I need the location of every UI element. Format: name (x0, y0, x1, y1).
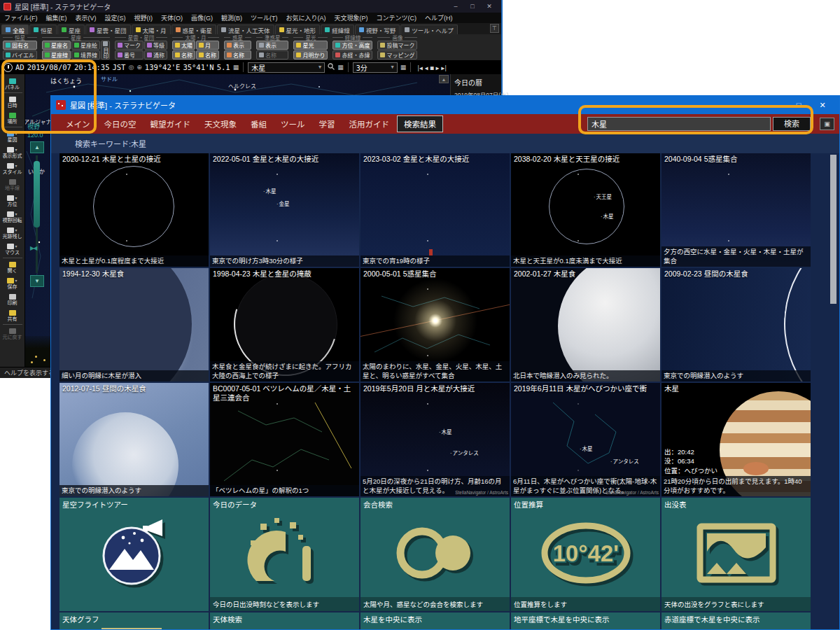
maximize-button[interactable]: □ (464, 0, 481, 13)
zoom-handle[interactable] (34, 161, 40, 227)
bottom-tile[interactable]: 天体検索 (210, 612, 359, 630)
menu-item[interactable]: 画像(G) (187, 13, 217, 22)
action-tile-conjunction-search[interactable]: 会合検索太陽や月、惑星などの会合を検索します (360, 498, 510, 611)
panel-scroll-up-icon[interactable]: ▲ (439, 75, 449, 83)
sidebar-item-共有[interactable]: 共有 (1, 307, 24, 323)
action-tile-today-data[interactable]: 今日のデータ今日の日出没時刻などを表示します (210, 498, 359, 611)
minimize-button[interactable]: – (763, 96, 787, 114)
sidebar-item-日時[interactable]: 日時 (1, 94, 24, 110)
bg-titlebar[interactable]: 星図 [標準] - ステラナビゲータ –□✕ (0, 0, 501, 13)
ribbon-button[interactable]: 月明かり (293, 50, 328, 59)
scrollbar-thumb[interactable] (830, 155, 836, 304)
result-tile[interactable]: BC0007-05-01 ベツレヘムの星／木星・土星三連会合「ベツレヘムの星」の… (210, 383, 359, 496)
bottom-tile[interactable]: 天体グラフ (59, 612, 209, 630)
sidebar-item-保存[interactable]: ▾保存 (1, 275, 24, 291)
ribbon-button[interactable]: バイエル (3, 50, 37, 59)
bottom-tile[interactable]: 地平座標で木星を中央に表示 (511, 612, 660, 630)
zoom-down-button[interactable]: ▼ (30, 275, 44, 287)
menu-item[interactable]: 視野(I) (130, 13, 158, 22)
menu-item[interactable]: 天文現象(P) (330, 13, 372, 22)
sidebar-item-元に戻す[interactable]: 元に戻す (1, 326, 24, 342)
sidebar-item-星図[interactable]: ▾星図 (1, 128, 24, 144)
result-tile[interactable]: 天王星木星2038-02-20 木星と天王星の接近木星と天王星が0.1度未満まで… (511, 153, 660, 267)
fg-titlebar[interactable]: 星図 [標準] - ステラナビゲータ –□✕ (51, 96, 839, 114)
result-tile[interactable]: 木星アンタレス2019年5月20日 月と木星が大接近5月20日の深夜から21日の… (360, 383, 510, 496)
ribbon-button[interactable]: マッピング (377, 50, 417, 59)
observer-icon[interactable]: ◎ (128, 64, 134, 71)
bottom-tile[interactable]: 赤道座標で木星を中央に表示 (662, 612, 811, 630)
menu-item[interactable]: 表示(V) (71, 13, 101, 22)
sidebar-item-表示形式[interactable]: ▾表示形式 (1, 144, 24, 160)
ribbon-tab[interactable]: 流星・人工天体 (217, 24, 274, 34)
nav-item-メイン[interactable]: メイン (59, 116, 97, 132)
action-tile-position-calc[interactable]: 位置推算10°42'位置推算をします (511, 498, 660, 611)
sidebar-item-パネル[interactable]: パネル (1, 76, 24, 92)
skip-to-start-icon[interactable]: |◀ (415, 65, 424, 71)
ribbon-button[interactable]: 通称 (144, 50, 167, 59)
sidebar-item-地平線[interactable]: 地平線 (1, 176, 24, 192)
ribbon-button[interactable]: 等級 (144, 41, 167, 50)
menu-item[interactable]: コンテンツ(C) (372, 13, 421, 22)
menu-item[interactable]: 天体(O) (157, 13, 187, 22)
menu-item[interactable]: 編集(E) (42, 13, 71, 22)
result-tile[interactable]: 木星出：20:42没：06:34位置：へびつかい21時20分頃から日の出前まで見… (662, 383, 811, 496)
nav-item-番組[interactable]: 番組 (244, 116, 273, 132)
ribbon-tab[interactable]: ツール・ヘルプ (400, 24, 458, 34)
ribbon-button[interactable]: 固有名 (3, 41, 37, 50)
bottom-tile[interactable]: 木星を中央に表示 (360, 612, 510, 630)
result-tile[interactable]: 2023-03-02 金星と木星の大接近東京での宵19時の様子 (360, 153, 510, 267)
search-button[interactable]: 検索 (773, 117, 811, 131)
result-tile[interactable]: 1994-12-30 木星食細い月の明縁に木星が潜入 (59, 268, 209, 382)
ribbon-tab[interactable]: 星光・地形 (275, 24, 321, 34)
result-tile[interactable]: 2002-01-27 木星食北日本で暗縁潜入のみ見られた。 (511, 268, 660, 382)
search-icon[interactable] (328, 63, 335, 71)
search-input[interactable] (587, 117, 771, 131)
result-tile[interactable]: 木星アンタレス2019年6月11日 木星がへびつかい座で衝6月11日、木星がへび… (511, 383, 660, 496)
ribbon-button[interactable]: 星光 (293, 41, 328, 50)
pin-icon[interactable]: ⊤ (490, 24, 499, 33)
result-tile[interactable]: 2020-12-21 木星と土星の接近木星と土星が0.1度程度まで大接近 (59, 153, 209, 267)
close-button[interactable]: ✕ (481, 0, 498, 13)
ribbon-button[interactable]: 名称 (172, 50, 195, 59)
step-back-icon[interactable]: ◀ (424, 65, 429, 71)
ribbon-button[interactable]: 方位・高度 (332, 41, 372, 50)
ribbon-tab[interactable]: 星雲・星団 (85, 24, 131, 34)
time-value[interactable]: 20:14:35 (74, 63, 110, 71)
calendar-icon[interactable]: ▦ (233, 64, 239, 71)
ribbon-tab[interactable]: 視野・写野 (355, 24, 400, 34)
ribbon-button[interactable]: 星座線 (42, 50, 71, 59)
ribbon-button[interactable]: 星座名 (42, 41, 71, 50)
nav-item-検索結果[interactable]: 検索結果 (397, 115, 443, 132)
sidebar-item-開く[interactable]: 開く (1, 259, 24, 275)
menu-item[interactable]: お気に入り(A) (282, 13, 330, 22)
clock-icon[interactable] (4, 63, 13, 72)
maximize-button[interactable]: □ (787, 96, 811, 114)
sidebar-item-スタイル[interactable]: ▾スタイル (1, 160, 24, 176)
object-select[interactable]: 木星▼ (248, 62, 325, 73)
date-value[interactable]: 2019/08/07 (27, 63, 71, 71)
ribbon-button[interactable]: 星座絵 (71, 41, 100, 50)
menu-item[interactable]: 観測(B) (217, 13, 246, 22)
ribbon-tab[interactable]: 恒星 (29, 24, 57, 34)
sidebar-item-印刷[interactable]: 印刷 (1, 291, 24, 307)
time-step-select[interactable]: 3分▼ (353, 62, 398, 73)
menu-item[interactable]: ヘルプ(H) (421, 13, 457, 22)
ribbon-button[interactable]: 投稿マーク (377, 41, 417, 50)
globe-icon[interactable]: ⊕ (136, 64, 142, 71)
ribbon-button[interactable]: 表示 (224, 41, 251, 50)
skip-to-end-icon[interactable]: ▶| (440, 65, 448, 71)
nav-item-天文現象[interactable]: 天文現象 (198, 116, 243, 132)
ribbon-button[interactable]: 名称 (256, 50, 289, 59)
ribbon-tab[interactable]: 全般 (1, 24, 29, 34)
ribbon-button[interactable]: 番号 (115, 50, 144, 59)
nav-item-活用ガイド[interactable]: 活用ガイド (343, 116, 396, 132)
nav-item-今日の空[interactable]: 今日の空 (98, 116, 143, 132)
film-icon[interactable]: ▦ (400, 64, 407, 71)
sidebar-item-光跡残し[interactable]: ▾光跡残し (1, 225, 24, 241)
zoom-slider[interactable]: ▲ ▶◀ ▼ (29, 141, 46, 289)
ribbon-button[interactable]: マーク (115, 41, 144, 50)
nav-item-観望ガイド[interactable]: 観望ガイド (144, 116, 197, 132)
limiting-magnitude[interactable]: 5.1 (217, 63, 230, 71)
menu-item[interactable]: 設定(S) (101, 13, 130, 22)
ribbon-button[interactable]: 太陽 (172, 41, 195, 50)
